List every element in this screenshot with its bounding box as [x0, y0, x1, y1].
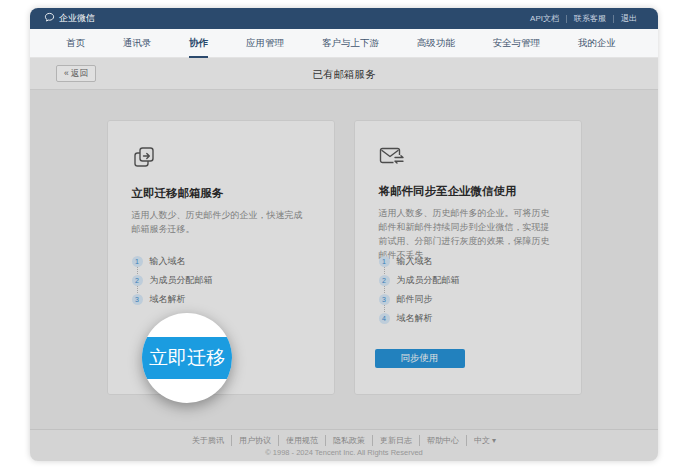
main-panel: 立即迁移邮箱服务 适用人数少、历史邮件少的企业，快速完成邮箱服务迁移。 1 输入… — [30, 90, 658, 429]
step-row: 3 邮件同步 — [379, 293, 460, 305]
step-number: 1 — [132, 256, 143, 267]
language-selector[interactable]: 中文 ▾ — [467, 435, 503, 446]
app-window: 企业微信 API文档 联系客服 退出 首页 通讯录 协作 应用管理 客户与上下游… — [30, 8, 658, 461]
step-number: 2 — [132, 275, 143, 286]
nav-item-collaboration[interactable]: 协作 — [189, 29, 208, 58]
mail-sync-icon — [379, 145, 557, 171]
language-label: 中文 — [474, 436, 490, 445]
footer-link-about[interactable]: 关于腾讯 — [185, 435, 232, 446]
api-docs-link[interactable]: API文档 — [523, 13, 566, 24]
step-number: 2 — [379, 275, 390, 286]
logout-link[interactable]: 退出 — [614, 13, 644, 24]
nav-item-advanced[interactable]: 高级功能 — [417, 29, 455, 58]
nav-item-home[interactable]: 首页 — [66, 29, 85, 58]
back-chevrons-icon: « — [64, 68, 69, 78]
step-label: 输入域名 — [150, 255, 186, 268]
card-description: 适用人数少、历史邮件少的企业，快速完成邮箱服务迁移。 — [132, 209, 310, 237]
card-sync-mail: 将邮件同步至企业微信使用 适用人数多、历史邮件多的企业。可将历史邮件和新邮件持续… — [354, 120, 582, 395]
step-label: 域名解析 — [397, 312, 433, 325]
wecom-logo[interactable]: 企业微信 — [44, 12, 95, 25]
logo-text: 企业微信 — [59, 12, 95, 25]
topbar-links: API文档 联系客服 退出 — [523, 13, 644, 24]
caret-down-icon: ▾ — [492, 436, 496, 445]
nav-item-my-company[interactable]: 我的企业 — [578, 29, 616, 58]
step-row: 3 域名解析 — [132, 293, 213, 305]
migrate-steps: 1 输入域名 2 为成员分配邮箱 3 域名解析 — [132, 255, 213, 305]
footer-link-privacy[interactable]: 隐私政策 — [326, 435, 373, 446]
step-label: 为成员分配邮箱 — [397, 274, 460, 287]
back-button[interactable]: « 返回 — [56, 65, 96, 82]
step-number: 1 — [379, 256, 390, 267]
contact-support-link[interactable]: 联系客服 — [567, 13, 613, 24]
footer-link-help[interactable]: 帮助中心 — [420, 435, 467, 446]
migrate-icon — [132, 145, 310, 173]
footer-links: 关于腾讯 用户协议 使用规范 隐私政策 更新日志 帮助中心 中文 ▾ — [185, 435, 503, 446]
step-label: 输入域名 — [397, 255, 433, 268]
step-number: 3 — [379, 294, 390, 305]
nav-item-app-management[interactable]: 应用管理 — [246, 29, 284, 58]
migrate-now-button[interactable]: 立即迁移 — [142, 337, 232, 379]
page-title: 已有邮箱服务 — [30, 58, 658, 90]
nav-item-security[interactable]: 安全与管理 — [493, 29, 541, 58]
copyright: © 1998 - 2024 Tencent Inc. All Rights Re… — [265, 448, 423, 457]
sync-steps: 1 输入域名 2 为成员分配邮箱 3 邮件同步 — [379, 255, 460, 324]
card-title: 将邮件同步至企业微信使用 — [379, 184, 557, 199]
nav-item-customers[interactable]: 客户与上下游 — [322, 29, 379, 58]
sync-use-button[interactable]: 同步使用 — [375, 349, 465, 368]
step-label: 为成员分配邮箱 — [150, 274, 213, 287]
step-row: 4 域名解析 — [379, 312, 460, 324]
page-titlebar: « 返回 已有邮箱服务 — [30, 58, 658, 90]
chat-bubble-logo-icon — [44, 12, 55, 25]
step-row: 1 输入域名 — [132, 255, 213, 267]
screenshot-stage: 企业微信 API文档 联系客服 退出 首页 通讯录 协作 应用管理 客户与上下游… — [0, 0, 688, 469]
card-title: 立即迁移邮箱服务 — [132, 186, 310, 201]
footer: 关于腾讯 用户协议 使用规范 隐私政策 更新日志 帮助中心 中文 ▾ © 199… — [30, 429, 658, 461]
step-row: 2 为成员分配邮箱 — [379, 274, 460, 286]
spotlight-circle: 立即迁移 — [142, 313, 232, 403]
footer-link-usage[interactable]: 使用规范 — [279, 435, 326, 446]
footer-link-changelog[interactable]: 更新日志 — [373, 435, 420, 446]
step-number: 4 — [379, 313, 390, 324]
main-nav: 首页 通讯录 协作 应用管理 客户与上下游 高级功能 安全与管理 我的企业 — [30, 29, 658, 58]
back-label: 返回 — [71, 68, 88, 78]
step-number: 3 — [132, 294, 143, 305]
step-label: 邮件同步 — [397, 293, 433, 306]
content-area: « 返回 已有邮箱服务 立即迁移邮箱服务 — [30, 58, 658, 461]
nav-item-contacts[interactable]: 通讯录 — [123, 29, 152, 58]
option-cards: 立即迁移邮箱服务 适用人数少、历史邮件少的企业，快速完成邮箱服务迁移。 1 输入… — [30, 90, 658, 395]
step-row: 2 为成员分配邮箱 — [132, 274, 213, 286]
step-label: 域名解析 — [150, 293, 186, 306]
step-row: 1 输入域名 — [379, 255, 460, 267]
topbar: 企业微信 API文档 联系客服 退出 — [30, 8, 658, 29]
footer-link-agreement[interactable]: 用户协议 — [232, 435, 279, 446]
